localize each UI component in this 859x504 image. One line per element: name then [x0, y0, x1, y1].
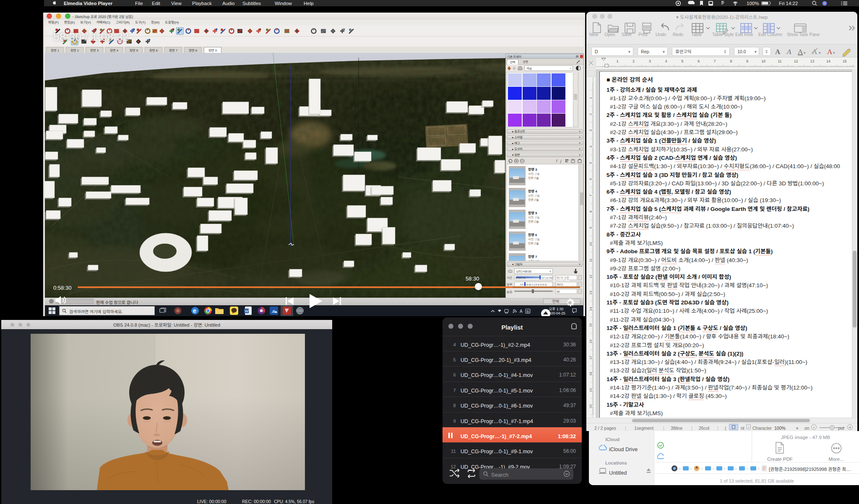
svg-text:7: 7 — [589, 194, 593, 196]
svg-text:11: 11 — [589, 258, 593, 262]
svg-text:A: A — [775, 48, 781, 56]
svg-text:7: 7 — [714, 59, 716, 63]
svg-text:›: › — [679, 465, 680, 471]
svg-text:6: 6 — [698, 59, 700, 63]
svg-text:4: 4 — [589, 145, 593, 148]
svg-text:8: 8 — [730, 59, 732, 63]
svg-text:12: 12 — [589, 274, 593, 278]
svg-text:›: › — [701, 465, 703, 471]
svg-text:19: 19 — [589, 388, 593, 392]
svg-text:›: › — [713, 465, 714, 471]
svg-text:20: 20 — [589, 404, 593, 408]
svg-text:6: 6 — [589, 178, 593, 180]
svg-text:›: › — [747, 465, 748, 471]
svg-text:11: 11 — [778, 59, 782, 63]
svg-text:15: 15 — [843, 59, 847, 63]
svg-text:13: 13 — [589, 291, 593, 294]
svg-text:9: 9 — [589, 227, 593, 229]
svg-text:10: 10 — [589, 242, 593, 246]
svg-text:A: A — [786, 48, 791, 56]
svg-text:e: e — [193, 307, 196, 314]
svg-text:f: f — [556, 158, 558, 164]
svg-text:12: 12 — [794, 59, 798, 63]
svg-text:17: 17 — [589, 356, 593, 359]
svg-text:18: 18 — [589, 372, 593, 376]
svg-text:5: 5 — [589, 162, 593, 164]
svg-text:▾: ▾ — [833, 50, 835, 55]
svg-text:›: › — [690, 465, 692, 471]
svg-text:13: 13 — [810, 59, 815, 63]
svg-text:16: 16 — [589, 339, 593, 343]
svg-text:›: › — [758, 465, 759, 471]
svg-text:10: 10 — [762, 59, 766, 63]
svg-text:›: › — [724, 465, 725, 471]
svg-text:3: 3 — [649, 59, 651, 63]
svg-text:A: A — [827, 48, 833, 56]
svg-text:4: 4 — [665, 59, 667, 63]
svg-text:▾: ▾ — [819, 50, 821, 55]
svg-text:▾: ▾ — [804, 50, 806, 55]
svg-text:5: 5 — [681, 59, 683, 63]
svg-text:2: 2 — [633, 59, 635, 63]
svg-text:9: 9 — [746, 59, 748, 63]
svg-text:한: 한 — [526, 309, 530, 314]
svg-text:›: › — [735, 465, 737, 471]
svg-text:15: 15 — [589, 323, 593, 327]
svg-text:1: 1 — [589, 97, 593, 99]
svg-text:3: 3 — [589, 129, 593, 131]
svg-text:A: A — [520, 309, 523, 314]
svg-text:A: A — [798, 48, 803, 56]
svg-text:1: 1 — [617, 59, 619, 63]
svg-text:W: W — [245, 309, 249, 313]
svg-text:14: 14 — [826, 59, 830, 63]
svg-text:14: 14 — [589, 307, 593, 311]
svg-text:j: j — [560, 158, 562, 164]
svg-text:2: 2 — [589, 113, 593, 115]
svg-text:8: 8 — [589, 210, 593, 213]
